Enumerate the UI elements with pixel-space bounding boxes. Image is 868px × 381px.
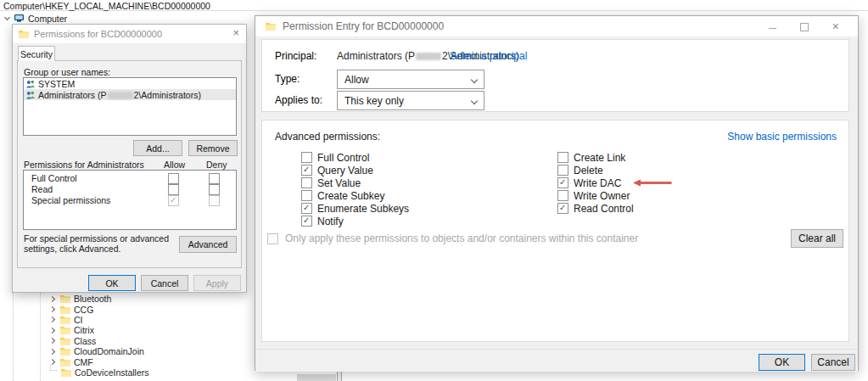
redacted-text	[108, 92, 133, 99]
tree-item-label: Citrix	[74, 325, 94, 335]
dialog-title: Permissions for BCD00000000	[34, 29, 162, 39]
advanced-permissions-label: Advanced permissions:	[275, 131, 380, 143]
add-button[interactable]: Add...	[133, 140, 182, 156]
horizontal-scrollbar-thumb[interactable]	[297, 374, 336, 381]
users-group-icon	[25, 80, 36, 88]
permission-checkbox[interactable]	[557, 165, 568, 176]
minimize-icon[interactable]	[769, 28, 776, 29]
cancel-button[interactable]: Cancel	[811, 354, 855, 371]
tree-item[interactable]: CMF	[0, 356, 253, 367]
folder-icon	[266, 22, 276, 31]
ok-button[interactable]: OK	[88, 275, 136, 291]
permission-checkbox[interactable]	[557, 190, 568, 201]
chevron-down-icon[interactable]	[4, 14, 10, 20]
user-row[interactable]: Administrators (P2\Administrators)	[24, 89, 236, 100]
tree-item-label: CoDeviceInstallers	[75, 367, 149, 378]
permission-label: Set Value	[317, 177, 361, 189]
permission-checkbox[interactable]	[557, 203, 568, 214]
permission-checkbox[interactable]	[301, 165, 312, 176]
tab-label: Security	[20, 49, 53, 59]
permissions-list: Full ControlReadSpecial permissions	[23, 170, 237, 230]
apply-button[interactable]: Apply	[193, 275, 241, 291]
allow-checkbox[interactable]	[168, 173, 179, 184]
permission-checkbox[interactable]	[301, 203, 312, 214]
only-apply-checkbox	[267, 233, 278, 244]
registry-tree: BluetoothCCGCICitrixClassCloudDomainJoin…	[0, 294, 253, 381]
permission-label: Enumerate Subkeys	[317, 203, 409, 215]
chevron-right-icon[interactable]	[50, 297, 57, 301]
tree-item-label: CCG	[74, 305, 93, 315]
tree-item[interactable]: Bluetooth	[0, 294, 253, 304]
chevron-right-icon[interactable]	[50, 360, 57, 364]
chevron-down-icon	[471, 98, 478, 104]
advanced-button[interactable]: Advanced	[179, 236, 237, 253]
advanced-permission-row: Full Control	[301, 151, 409, 164]
tree-item[interactable]: Citrix	[0, 325, 253, 335]
tree-item[interactable]: CoDeviceInstallers	[0, 367, 253, 378]
chevron-right-icon[interactable]	[50, 350, 57, 354]
tree-item[interactable]: CloudDomainJoin	[0, 346, 253, 356]
maximize-icon[interactable]	[800, 23, 809, 31]
address-bar[interactable]: Computer\HKEY_LOCAL_MACHINE\BCD00000000	[0, 0, 868, 11]
folder-icon	[60, 294, 70, 303]
permission-checkbox[interactable]	[557, 152, 568, 163]
permissions-header: Permissions for Administrators	[24, 160, 144, 170]
chevron-right-icon[interactable]	[50, 317, 57, 322]
advanced-permissions-col2: Create LinkDeleteWrite DACWrite OwnerRea…	[557, 151, 672, 215]
regedit-window: Computer\HKEY_LOCAL_MACHINE\BCD00000000 …	[0, 0, 868, 381]
folder-icon	[60, 305, 70, 314]
chevron-right-icon[interactable]	[50, 339, 57, 343]
deny-checkbox[interactable]	[209, 173, 220, 184]
advanced-permission-row: Enumerate Subkeys	[301, 202, 409, 215]
dialog-titlebar: Permission Entry for BCD00000000	[255, 16, 858, 36]
folder-icon	[61, 368, 71, 377]
tree-item-label: CMF	[74, 357, 93, 367]
cancel-button[interactable]: Cancel	[141, 275, 188, 291]
user-name: Administrators (P2\Administrators)	[38, 90, 201, 100]
ok-button[interactable]: OK	[759, 354, 805, 371]
permission-row: Read	[24, 184, 236, 195]
permission-checkbox[interactable]	[301, 216, 312, 227]
tree-item-label: Class	[74, 336, 96, 346]
permission-checkbox[interactable]	[301, 152, 312, 163]
deny-checkbox[interactable]	[209, 184, 220, 195]
red-arrow-icon	[633, 179, 672, 187]
permission-label: Full Control	[31, 173, 77, 183]
permissions-dialog: Permissions for BCD00000000 × Security G…	[12, 24, 247, 293]
tree-item[interactable]: CI	[0, 315, 253, 325]
permission-label: Query Value	[317, 165, 373, 176]
type-dropdown[interactable]: Allow	[337, 70, 484, 89]
tab-security[interactable]: Security	[18, 46, 55, 61]
close-icon[interactable]: ×	[232, 27, 239, 39]
tree-item-label: CI	[74, 315, 83, 325]
tree-item[interactable]: Class	[0, 336, 253, 346]
permission-label: Create Link	[574, 152, 625, 164]
allow-column-header: Allow	[164, 160, 185, 170]
show-basic-permissions-link[interactable]: Show basic permissions	[727, 131, 837, 143]
applies-to-label: Applies to:	[275, 94, 322, 106]
applies-to-dropdown[interactable]: This key only	[337, 91, 484, 110]
type-value: Allow	[344, 74, 369, 86]
tree-root-computer[interactable]: Computer	[3, 13, 67, 24]
clear-all-button[interactable]: Clear all	[791, 229, 843, 248]
advanced-permissions-col1: Full ControlQuery ValueSet ValueCreate S…	[301, 151, 409, 227]
permission-label: Delete	[574, 165, 603, 176]
tree-item[interactable]: CCG	[0, 304, 253, 314]
permission-label: Special permissions	[31, 195, 110, 205]
folder-icon	[60, 316, 70, 324]
select-principal-link[interactable]: Select a principal	[450, 50, 527, 62]
pane-splitter[interactable]	[337, 372, 342, 381]
chevron-right-icon[interactable]	[50, 328, 57, 333]
tree-item-label: Bluetooth	[74, 294, 111, 304]
permission-checkbox[interactable]	[557, 177, 568, 188]
user-row[interactable]: SYSTEM	[24, 78, 236, 89]
folder-icon	[60, 358, 70, 367]
remove-button[interactable]: Remove	[188, 140, 238, 156]
tree-root-label: Computer	[28, 14, 67, 24]
chevron-right-icon[interactable]	[50, 307, 57, 311]
advanced-permission-row: Create Link	[557, 151, 672, 164]
permission-checkbox[interactable]	[301, 190, 312, 201]
permission-checkbox[interactable]	[301, 177, 312, 188]
close-icon[interactable]: ×	[832, 20, 839, 32]
allow-checkbox[interactable]	[168, 184, 179, 195]
